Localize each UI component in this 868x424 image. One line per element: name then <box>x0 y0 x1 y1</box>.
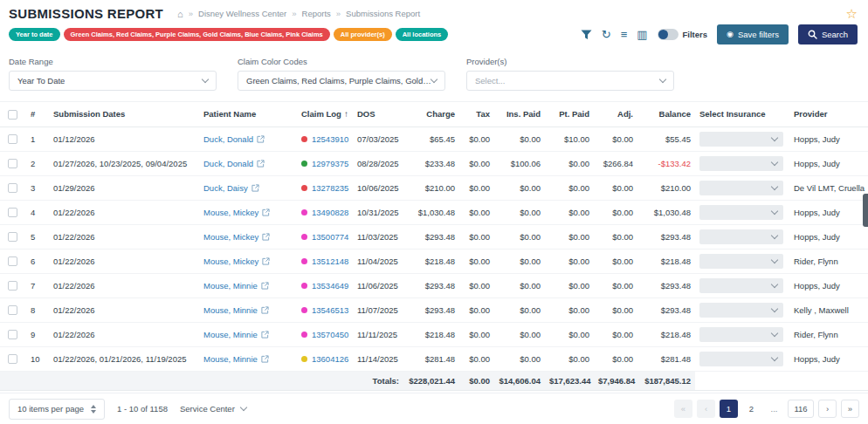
list-view-icon[interactable]: ≡ <box>621 29 628 40</box>
row-checkbox[interactable] <box>8 183 17 193</box>
patient-name-link[interactable]: Duck, Donald <box>203 134 253 144</box>
search-button[interactable]: Search <box>798 24 858 44</box>
table-row: 7 01/22/2026 Mouse, Minnie 13534649 11/0… <box>0 273 868 297</box>
row-checkbox[interactable] <box>8 330 17 339</box>
columns-icon[interactable]: ▥ <box>637 29 647 40</box>
patient-name-link[interactable]: Mouse, Minnie <box>203 330 258 339</box>
select-insurance-dropdown[interactable] <box>699 229 783 244</box>
col-tax[interactable]: Tax <box>459 102 494 127</box>
row-checkbox[interactable] <box>8 159 17 168</box>
select-all-cell <box>0 102 26 127</box>
claim-log-link[interactable]: 13512148 <box>312 256 348 266</box>
select-insurance-dropdown[interactable] <box>699 352 783 366</box>
page-button[interactable]: 116 <box>788 400 814 418</box>
external-link-icon[interactable] <box>251 184 259 192</box>
page-button[interactable]: › <box>818 400 837 418</box>
external-link-icon[interactable] <box>257 135 265 143</box>
filter-chip[interactable]: All provider(s) <box>334 28 392 41</box>
items-per-page-select[interactable]: 10 items per page <box>9 399 105 420</box>
col-dos[interactable]: DOS <box>353 102 403 127</box>
page-button[interactable]: » <box>841 400 859 418</box>
favorite-star-icon[interactable]: ☆ <box>846 7 858 20</box>
select-insurance-dropdown[interactable] <box>699 181 783 195</box>
claim-log-link[interactable]: 13490828 <box>312 208 348 217</box>
patient-name-link[interactable]: Duck, Donald <box>203 159 253 168</box>
select-insurance-dropdown[interactable] <box>699 254 783 269</box>
col-adj[interactable]: Adj. <box>594 102 637 127</box>
col-patient-name[interactable]: Patient Name <box>199 102 297 127</box>
row-checkbox[interactable] <box>8 232 17 242</box>
filter-chip[interactable]: Year to date <box>9 28 60 41</box>
home-icon[interactable]: ⌂ <box>177 9 183 19</box>
claim-log-link[interactable]: 13500774 <box>312 232 348 242</box>
select-all-checkbox[interactable] <box>8 110 17 120</box>
col-submission-dates[interactable]: Submission Dates <box>49 102 199 127</box>
col-claim-log[interactable]: Claim Log↑ <box>297 102 353 127</box>
date-range-filter: Date Range Year To Date <box>9 57 217 91</box>
col-provider[interactable]: Provider <box>789 102 868 127</box>
select-insurance-dropdown[interactable] <box>699 327 783 342</box>
providers-select[interactable]: Select... <box>466 71 674 91</box>
breadcrumb-item-center[interactable]: Disney Wellness Center <box>198 9 286 18</box>
claim-log-link[interactable]: 13604126 <box>312 354 348 364</box>
patient-name-link[interactable]: Mouse, Minnie <box>203 305 258 315</box>
col-balance[interactable]: Balance <box>637 102 695 127</box>
row-checkbox[interactable] <box>8 208 17 217</box>
external-link-icon[interactable] <box>262 257 270 265</box>
patient-name-link[interactable]: Mouse, Mickey <box>203 232 258 242</box>
claim-log-link[interactable]: 13546513 <box>312 305 348 315</box>
save-filters-button[interactable]: ◉ Save filters <box>717 24 789 44</box>
service-center-select[interactable]: Service Center <box>180 404 246 414</box>
external-link-icon[interactable] <box>257 160 265 168</box>
patient-name-link[interactable]: Mouse, Mickey <box>203 208 258 217</box>
filters-toggle[interactable]: Filters <box>658 29 708 40</box>
claim-color-codes-select[interactable]: Green Claims, Red Claims, Purple Claims,… <box>238 71 445 91</box>
row-checkbox[interactable] <box>8 354 17 364</box>
patient-name-link[interactable]: Duck, Daisy <box>203 183 248 193</box>
row-checkbox[interactable] <box>8 305 17 315</box>
select-insurance-dropdown[interactable] <box>699 132 783 147</box>
refresh-icon[interactable]: ↻ <box>602 29 611 40</box>
external-link-icon[interactable] <box>262 209 270 216</box>
page-button[interactable]: 1 <box>720 400 738 418</box>
col-charge[interactable]: Charge <box>403 102 459 127</box>
select-insurance-dropdown[interactable] <box>699 205 783 220</box>
filter-funnel-icon[interactable] <box>581 30 592 40</box>
col-claim-log-label: Claim Log <box>301 109 341 119</box>
row-checkbox[interactable] <box>8 281 17 291</box>
filter-chip[interactable]: Green Claims, Red Claims, Purple Claims,… <box>64 28 330 41</box>
page-button[interactable]: ... <box>765 400 783 418</box>
external-link-icon[interactable] <box>261 355 269 363</box>
filter-chip[interactable]: All locations <box>396 28 449 41</box>
select-insurance-dropdown[interactable] <box>699 278 783 293</box>
date-range-select[interactable]: Year To Date <box>9 71 217 91</box>
patient-name-link[interactable]: Mouse, Mickey <box>203 256 258 266</box>
page-button[interactable]: ‹ <box>697 400 715 418</box>
breadcrumb-item-reports[interactable]: Reports <box>302 9 331 18</box>
claim-log-link[interactable]: 13278235 <box>312 183 348 193</box>
scrollbar-thumb[interactable] <box>863 194 868 227</box>
select-insurance-dropdown[interactable] <box>699 156 783 171</box>
claim-log-link[interactable]: 12543910 <box>312 134 348 144</box>
ins-paid: $0.00 <box>494 224 545 249</box>
select-insurance-dropdown[interactable] <box>699 303 783 318</box>
row-checkbox[interactable] <box>8 256 17 266</box>
page-button[interactable]: 2 <box>742 400 761 418</box>
external-link-icon[interactable] <box>262 233 270 241</box>
claim-log-link[interactable]: 13534649 <box>312 281 348 291</box>
claim-log-link[interactable]: 13570450 <box>312 330 348 339</box>
patient-name-link[interactable]: Mouse, Minnie <box>203 281 258 291</box>
external-link-icon[interactable] <box>261 331 269 339</box>
table-row: 9 01/22/2026 Mouse, Minnie 13570450 11/1… <box>0 322 868 346</box>
claim-log-cell: 12979375 <box>297 151 353 175</box>
col-ins-paid[interactable]: Ins. Paid <box>494 102 545 127</box>
external-link-icon[interactable] <box>261 306 269 314</box>
dos: 11/03/2025 <box>353 224 403 249</box>
page-button[interactable]: « <box>674 400 692 418</box>
submission-dates: 01/22/2026 <box>49 249 199 273</box>
external-link-icon[interactable] <box>261 282 269 290</box>
patient-name-link[interactable]: Mouse, Minnie <box>203 354 258 364</box>
col-pt-paid[interactable]: Pt. Paid <box>545 102 594 127</box>
claim-log-link[interactable]: 12979375 <box>312 159 348 168</box>
row-checkbox[interactable] <box>8 134 17 144</box>
